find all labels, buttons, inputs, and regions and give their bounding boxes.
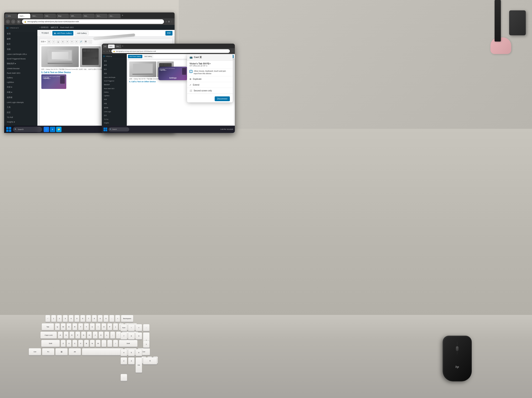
numpad-decimal[interactable]: .	[120, 374, 127, 381]
tablet-new-tab-button[interactable]: +	[122, 45, 123, 47]
key-z[interactable]: Z	[61, 340, 66, 347]
tablet-sidebar-appearance[interactable]: 外觀	[102, 102, 127, 106]
sidebar-item-posts[interactable]: 貼文	[4, 42, 38, 47]
key-r[interactable]: R	[72, 323, 77, 331]
numpad-divide[interactable]: ÷	[128, 324, 135, 331]
key-tilde[interactable]: ~`	[45, 315, 50, 322]
align-right-button[interactable]: ≡	[75, 40, 78, 44]
tablet-refresh-button[interactable]: ↻	[109, 50, 111, 52]
underline-button[interactable]: U	[56, 40, 60, 44]
sidebar-item-plugins[interactable]: 外掛 ●	[4, 85, 38, 90]
url-bar[interactable]: 🔒 vtecngraphy.com/wp-admin/post.php?post…	[22, 19, 164, 24]
numpad-num-lock[interactable]: Num	[120, 324, 127, 331]
numpad-3[interactable]: 3	[128, 357, 135, 365]
key-semicolon[interactable]: ;	[110, 331, 115, 339]
key-8[interactable]: 8	[92, 315, 97, 322]
key-backspace[interactable]: Backspace	[121, 315, 133, 322]
key-v[interactable]: V	[78, 340, 83, 347]
taskbar-edge-icon[interactable]: e	[50, 127, 55, 132]
sidebar-item-lasso[interactable]: Lasso Lite/Simple URLs	[4, 52, 38, 56]
taskbar-search[interactable]: 🔍 Search	[13, 127, 42, 132]
new-tab-button[interactable]: +	[122, 14, 123, 17]
tablet-search-bar[interactable]: 🔍 Search	[108, 127, 129, 131]
sidebar-item-pages[interactable]: 頁面	[4, 47, 38, 52]
numpad-2[interactable]: 2	[120, 357, 127, 365]
numpad-9[interactable]: 9	[135, 332, 142, 340]
sidebar-item-tspoll[interactable]: TS Poll	[4, 115, 38, 120]
browser-tab-8[interactable]: Go...	[108, 14, 120, 18]
key-equals[interactable]: =	[115, 315, 120, 322]
more-button[interactable]: …	[88, 40, 92, 44]
key-n[interactable]: N	[90, 340, 95, 347]
key-space[interactable]	[82, 348, 123, 356]
key-caps[interactable]: Caps Lock	[40, 331, 57, 339]
numpad-multiply[interactable]: ×	[135, 324, 142, 331]
numpad-8[interactable]: 8	[128, 332, 135, 340]
numpad-5[interactable]: 5	[128, 349, 135, 356]
key-alt-left[interactable]: Alt	[69, 348, 81, 356]
sidebar-item-home[interactable]: 首頁	[4, 31, 38, 36]
tablet-url-bar[interactable]: 🔒 vtecngraphy.com/wp-admin/post.php?post…	[111, 49, 230, 53]
sidebar-item-media[interactable]: 媒體	[4, 36, 38, 42]
cast-disconnect-button[interactable]: Disconnect	[215, 96, 230, 101]
key-minus[interactable]: -	[109, 315, 114, 322]
tablet-sidebar-lasso[interactable]: Lasso Lite/Simple	[102, 76, 127, 79]
key-bracket-left[interactable]: [	[113, 323, 118, 331]
browser-tab-3[interactable]: Hel...	[44, 14, 56, 18]
key-tab[interactable]: Tab	[42, 323, 54, 331]
key-s[interactable]: S	[63, 331, 69, 339]
tablet-tab-active[interactable]: Sam...	[108, 44, 115, 48]
key-j[interactable]: J	[93, 331, 98, 339]
key-6[interactable]: 6	[80, 315, 85, 322]
tablet-sidebar-users[interactable]: 使用者	[102, 106, 127, 110]
key-u[interactable]: U	[90, 323, 95, 331]
refresh-button[interactable]: ↻	[17, 19, 21, 24]
browser-tab-active[interactable]: Sam...	[18, 14, 30, 18]
numpad-6[interactable]: 6	[135, 349, 142, 356]
sidebar-item-users[interactable]: 使用者	[4, 95, 38, 100]
key-period[interactable]: .	[107, 340, 112, 347]
key-y[interactable]: Y	[84, 323, 89, 331]
add-gallery-button[interactable]: Add Gallery	[75, 31, 89, 36]
browser-tab-7[interactable]: Scr...	[95, 14, 108, 18]
tablet-sidebar-rankmath[interactable]: Rank Math SEO	[102, 87, 127, 90]
format-button[interactable]: 平文格式	[39, 31, 51, 36]
key-p[interactable]: P	[107, 323, 112, 331]
cast-checkbox-area[interactable]: Allow mouse, keyboard, touch and pen inp…	[187, 69, 233, 76]
browser-tab-facebook[interactable]: f 151	[5, 14, 18, 18]
tablet-sidebar-tspoll[interactable]: TS Pol	[102, 118, 127, 121]
key-g[interactable]: G	[81, 331, 86, 339]
key-l[interactable]: L	[104, 331, 109, 339]
key-0[interactable]: 0	[103, 315, 108, 322]
tablet-sidebar-scroll[interactable]: Scroll Triggered	[102, 79, 127, 83]
key-c[interactable]: C	[72, 340, 77, 347]
taskbar-app3-icon[interactable]: 📁	[56, 127, 62, 132]
tablet-tab-151[interactable]: 151	[103, 44, 108, 48]
tablet-start-button[interactable]	[103, 128, 107, 131]
key-2[interactable]: 2	[57, 315, 62, 322]
sidebar-item-insights[interactable]: Insights ●	[4, 120, 38, 124]
publish-button[interactable]: 更新	[165, 31, 172, 36]
numpad-0[interactable]: 0	[143, 357, 157, 365]
cast-second-screen-option[interactable]: ⬜ Second screen only	[187, 88, 233, 94]
tablet-sidebar-lightbox[interactable]: Lightbox	[102, 94, 127, 97]
key-i[interactable]: I	[95, 323, 101, 331]
cast-duplicate-option[interactable]: ⊞ Duplicate	[187, 76, 233, 82]
tablet-sidebar-home[interactable]: 首頁	[102, 59, 127, 63]
numpad-minus[interactable]: -	[143, 324, 150, 331]
key-t[interactable]: T	[78, 323, 83, 331]
italic-button[interactable]: I	[52, 40, 56, 44]
tablet-add-gallery-btn[interactable]: Add Gallery	[143, 55, 153, 58]
key-fn[interactable]: Fn	[42, 348, 54, 356]
tablet-sidebar-settings[interactable]: 設定	[102, 113, 127, 118]
tablet-add-photo-btn[interactable]: Add Photo Gallery	[128, 55, 142, 58]
sidebar-item-contact[interactable]: 聯絡我們 ●	[4, 61, 38, 66]
add-photo-gallery-button[interactable]: ▦ Add Photo Gallery	[52, 31, 73, 36]
back-button[interactable]: ←	[6, 19, 10, 24]
browser-tab-2[interactable]: Mor...	[31, 14, 43, 18]
numpad-4[interactable]: 4	[120, 349, 127, 356]
numpad-1[interactable]: 1	[143, 341, 150, 348]
key-win[interactable]: ⊞	[55, 348, 68, 356]
key-shift-left[interactable]: Shift	[41, 340, 60, 347]
browser-tab-6[interactable]: Hor...	[82, 14, 95, 18]
